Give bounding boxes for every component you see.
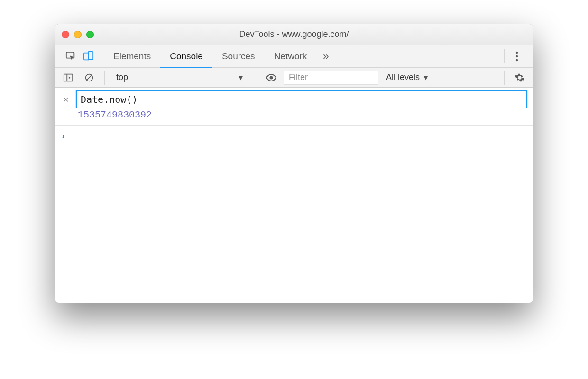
svg-line-9 <box>87 75 92 80</box>
log-levels-select[interactable]: All levels ▼ <box>382 72 433 82</box>
device-icon <box>83 51 94 62</box>
svg-rect-6 <box>64 74 73 81</box>
execution-context-select[interactable]: top ▼ <box>111 70 249 85</box>
ban-icon <box>84 72 94 83</box>
devtools-window: DevTools - www.google.com/ Elements Cons… <box>55 24 533 303</box>
separator <box>504 71 505 85</box>
separator <box>504 49 505 63</box>
kebab-icon <box>515 51 518 62</box>
svg-rect-2 <box>88 51 93 59</box>
tab-elements[interactable]: Elements <box>104 45 160 68</box>
eager-expression-input[interactable] <box>76 90 527 108</box>
zoom-window-button[interactable] <box>86 31 94 38</box>
tabs-overflow-button[interactable]: » <box>316 50 335 63</box>
svg-point-10 <box>270 76 273 79</box>
svg-point-5 <box>516 59 518 61</box>
svg-point-3 <box>516 51 518 53</box>
overflow-icon: » <box>323 50 329 63</box>
dismiss-eager-button[interactable]: × <box>61 90 71 105</box>
console-toolbar: top ▼ All levels ▼ <box>55 68 533 88</box>
levels-label: All levels <box>386 72 420 82</box>
live-expression-button[interactable] <box>263 72 280 83</box>
tab-label: Console <box>170 51 203 62</box>
eager-evaluation-result: 1535749830392 <box>55 108 533 126</box>
tab-network[interactable]: Network <box>265 45 317 68</box>
console-body: × 1535749830392 › <box>55 88 533 303</box>
inspect-icon <box>65 51 76 62</box>
close-window-button[interactable] <box>62 31 69 38</box>
context-label: top <box>116 72 128 82</box>
eye-icon <box>266 72 277 83</box>
device-toggle-button[interactable] <box>80 51 98 62</box>
console-input[interactable] <box>71 131 526 141</box>
separator <box>104 71 105 85</box>
sidebar-icon <box>63 72 74 83</box>
console-settings-button[interactable] <box>511 72 528 83</box>
separator <box>256 71 256 85</box>
chevron-down-icon: ▼ <box>423 74 429 81</box>
tab-label: Network <box>274 51 307 62</box>
chevron-down-icon: ▼ <box>237 73 244 81</box>
console-prompt-row[interactable]: › <box>55 126 533 146</box>
svg-point-4 <box>516 55 518 57</box>
inspect-element-button[interactable] <box>62 51 80 62</box>
tab-sources[interactable]: Sources <box>212 45 265 68</box>
gear-icon <box>514 72 525 83</box>
titlebar: DevTools - www.google.com/ <box>55 24 533 45</box>
minimize-window-button[interactable] <box>74 31 82 38</box>
tab-label: Elements <box>113 51 151 62</box>
clear-console-button[interactable] <box>81 72 98 83</box>
filter-input[interactable] <box>284 71 378 85</box>
devtools-menu-button[interactable] <box>507 51 526 62</box>
prompt-chevron-icon: › <box>62 130 65 141</box>
eager-evaluation-row: × <box>55 88 533 108</box>
toggle-console-sidebar-button[interactable] <box>60 72 77 83</box>
separator <box>101 49 101 63</box>
tab-label: Sources <box>222 51 255 62</box>
window-title: DevTools - www.google.com/ <box>55 29 533 39</box>
tab-console[interactable]: Console <box>160 45 212 68</box>
devtools-tabbar: Elements Console Sources Network » <box>55 45 533 68</box>
traffic-lights <box>62 31 94 38</box>
